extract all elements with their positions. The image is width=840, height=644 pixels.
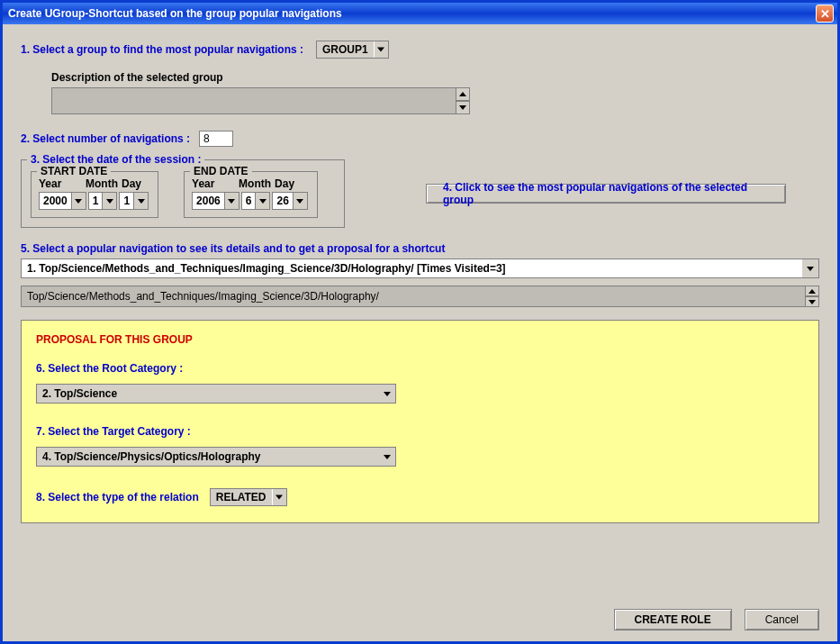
step4-label: 4. Click to see the most popular navigat… (443, 181, 769, 206)
chevron-down-icon (71, 193, 86, 209)
cancel-button[interactable]: Cancel (745, 609, 819, 630)
session-date-fieldset: 3. Select the date of the session : STAR… (21, 159, 345, 228)
chevron-down-icon (379, 385, 395, 403)
chevron-down-icon (379, 448, 395, 466)
path-spinner (805, 286, 819, 307)
close-button[interactable]: ✕ (816, 5, 834, 23)
end-month-label: Month (239, 177, 275, 190)
close-icon: ✕ (820, 7, 830, 21)
content-area: 1. Select a group to find the most popul… (3, 24, 837, 532)
start-year-label: Year (39, 177, 86, 190)
end-date-fieldset: END DATE Year Month Day 2006 6 26 (184, 171, 318, 218)
footer-buttons: CREATE ROLE Cancel (614, 609, 819, 630)
start-day-select[interactable]: 1 (119, 192, 149, 210)
chevron-down-icon (224, 193, 239, 209)
navigation-select-value: 1. Top/Science/Methods_and_Techniques/Im… (22, 262, 802, 275)
step2-label: 2. Select number of navigations : (21, 132, 190, 145)
step3-label: 3. Select the date of the session : (27, 153, 204, 166)
group-select[interactable]: GROUP1 (316, 41, 389, 59)
step8-row: 8. Select the type of the relation RELAT… (36, 488, 804, 506)
start-date-title: START DATE (37, 165, 111, 177)
root-category-value: 2. Top/Science (37, 387, 379, 400)
step5-label: 5. Select a popular navigation to see it… (21, 242, 819, 255)
navigation-path-value: Top/Science/Methods_and_Techniques/Imagi… (27, 290, 379, 303)
start-month-select[interactable]: 1 (88, 192, 118, 210)
step8-label: 8. Select the type of the relation (36, 491, 199, 503)
create-role-button[interactable]: CREATE ROLE (614, 609, 732, 630)
step2-row: 2. Select number of navigations : (21, 131, 819, 147)
end-year-label: Year (192, 177, 239, 190)
dialog-window: Create UGroup-Shortcut based on the grou… (0, 0, 840, 644)
proposal-panel: PROPOSAL FOR THIS GROUP 6. Select the Ro… (21, 320, 819, 523)
end-day-select[interactable]: 26 (272, 192, 307, 210)
spinner-down[interactable] (456, 101, 470, 114)
step3-step4-row: 3. Select the date of the session : STAR… (21, 159, 819, 228)
show-popular-navigations-button[interactable]: 4. Click to see the most popular navigat… (426, 184, 786, 204)
end-date-title: END DATE (190, 165, 251, 177)
spinner-up[interactable] (805, 286, 819, 296)
relation-type-select[interactable]: RELATED (210, 488, 287, 506)
chevron-down-icon (802, 259, 818, 277)
root-category-select[interactable]: 2. Top/Science (36, 384, 396, 404)
description-spinner (456, 87, 470, 114)
step1-label: 1. Select a group to find the most popul… (21, 43, 303, 56)
step6-label: 6. Select the Root Category : (36, 362, 804, 375)
start-year-select[interactable]: 2000 (39, 192, 86, 210)
navigation-select[interactable]: 1. Top/Science/Methods_and_Techniques/Im… (21, 259, 819, 278)
navigation-path-box[interactable]: Top/Science/Methods_and_Techniques/Imagi… (21, 286, 819, 307)
chevron-down-icon (255, 193, 269, 209)
start-day-label: Day (122, 177, 141, 190)
group-select-value: GROUP1 (317, 43, 374, 56)
chevron-down-icon (293, 193, 307, 209)
end-month-select[interactable]: 6 (241, 192, 271, 210)
chevron-down-icon (102, 193, 116, 209)
target-category-select[interactable]: 4. Top/Science/Physics/Optics/Holography (36, 447, 396, 467)
step1-row: 1. Select a group to find the most popul… (21, 41, 819, 59)
relation-type-value: RELATED (211, 491, 272, 503)
start-month-label: Month (86, 177, 122, 190)
spinner-down[interactable] (805, 296, 819, 307)
end-day-label: Day (275, 177, 294, 190)
description-textarea[interactable] (51, 87, 456, 114)
navigations-count-input[interactable] (199, 131, 233, 147)
proposal-title: PROPOSAL FOR THIS GROUP (36, 333, 804, 346)
window-title: Create UGroup-Shortcut based on the grou… (8, 7, 342, 20)
start-date-fieldset: START DATE Year Month Day 2000 1 1 (31, 171, 158, 218)
titlebar: Create UGroup-Shortcut based on the grou… (3, 3, 837, 24)
chevron-down-icon (374, 41, 388, 58)
step7-label: 7. Select the Target Category : (36, 425, 804, 438)
end-year-select[interactable]: 2006 (192, 192, 239, 210)
spinner-up[interactable] (456, 87, 470, 101)
target-category-value: 4. Top/Science/Physics/Optics/Holography (37, 450, 379, 463)
chevron-down-icon (272, 489, 286, 505)
description-label: Description of the selected group (51, 71, 819, 84)
chevron-down-icon (133, 193, 148, 209)
description-block: Description of the selected group (51, 71, 819, 114)
